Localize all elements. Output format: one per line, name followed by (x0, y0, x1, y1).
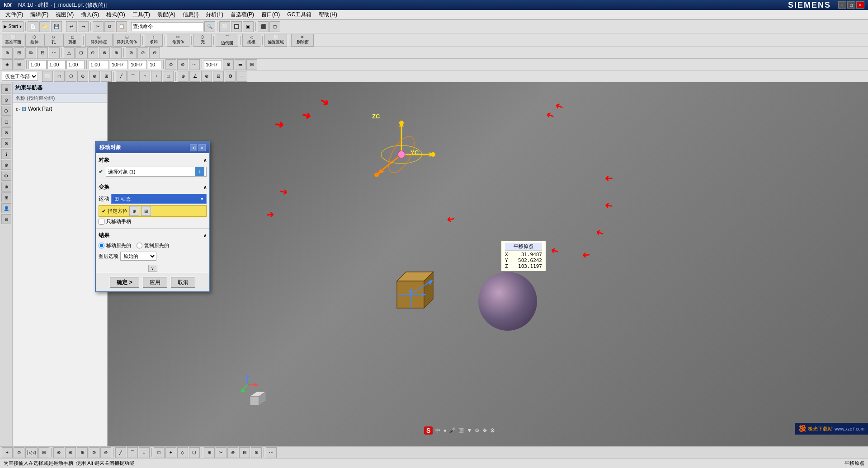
bt-move[interactable]: ⊞ (204, 447, 215, 458)
sidebar-icon-10[interactable]: ⊕ (1, 182, 11, 192)
menu-file[interactable]: 文件(F) (2, 10, 27, 19)
tb4-dia-btn[interactable]: ⊘ (177, 59, 188, 70)
undo-btn[interactable]: ↩ (66, 21, 77, 32)
open-btn[interactable]: 📁 (39, 21, 50, 32)
offset-area-btn[interactable]: ⬜偏置区域 (264, 34, 287, 47)
dialog-title-bar[interactable]: 移动对象 ◁ × (96, 142, 209, 153)
specify-position-row[interactable]: ✔ 指定方位 ⊕ ⊞ (99, 205, 207, 217)
menu-preferences[interactable]: 首选项(P) (227, 10, 258, 19)
sk-btn3[interactable]: ⬡ (66, 71, 76, 82)
bt-circle[interactable]: ○ (139, 447, 150, 458)
sk-more[interactable]: ⋯ (236, 71, 247, 82)
tb4-ref-btn[interactable]: ⊞ (246, 59, 257, 70)
viewport[interactable]: ➜ ➜ ➜ ➜ ➜ ➜ ➜ ➜ ➜ ➜ ➜ ➜ ➜ ZC YC (108, 82, 868, 446)
tb3-btn11[interactable]: ⊗ (126, 47, 137, 58)
bt-plus[interactable]: + (165, 447, 176, 458)
bt-dia[interactable]: ◇ (177, 447, 188, 458)
sidebar-icon-7[interactable]: ℹ (1, 149, 11, 159)
copy-original-radio[interactable] (137, 243, 142, 248)
tb3-btn6[interactable]: △ (64, 47, 75, 58)
sk-btn1[interactable]: ⬜ (42, 71, 53, 82)
bt-btn5[interactable]: ⊗ (53, 447, 64, 458)
tb3-btn13[interactable]: ⊜ (149, 47, 160, 58)
shell-btn[interactable]: ◻剪板 (63, 34, 81, 47)
input-scale[interactable] (89, 60, 109, 69)
sk-circle[interactable]: ○ (139, 71, 150, 82)
sidebar-icon-8[interactable]: ⊛ (1, 160, 11, 170)
paste-btn[interactable]: 📋 (116, 21, 127, 32)
input-x[interactable] (28, 60, 47, 69)
specify-btn1[interactable]: ⊕ (129, 206, 139, 216)
sk-rect[interactable]: □ (163, 71, 174, 82)
tb3-btn7[interactable]: ⬡ (75, 47, 86, 58)
menu-format[interactable]: 格式(O) (103, 10, 128, 19)
array-geo-btn[interactable]: ⊟阵列几何体 (113, 34, 141, 47)
view-btn1[interactable]: ⬜ (219, 21, 230, 32)
sk-btn5[interactable]: ⊛ (89, 71, 100, 82)
copy-original-radio-label[interactable]: 复制原先的 (137, 242, 169, 249)
transform-section-header[interactable]: 变换 ∧ (99, 182, 207, 192)
specify-btn2[interactable]: ⊞ (141, 206, 151, 216)
sketch-dropdown[interactable]: 仅在工作部件内 (2, 72, 38, 81)
add-object-button[interactable]: + (195, 167, 204, 176)
bt-trim[interactable]: ✂ (216, 447, 226, 458)
bt-btn1[interactable]: + (2, 447, 13, 458)
bt-btn9[interactable]: ⊜ (100, 447, 111, 458)
menu-assemble[interactable]: 装配(A) (154, 10, 179, 19)
sidebar-icon-11[interactable]: ⊞ (1, 192, 11, 202)
menu-view[interactable]: 视图(V) (52, 10, 77, 19)
menu-tools[interactable]: 工具(T) (129, 10, 154, 19)
sk-arc[interactable]: ⌒ (127, 71, 138, 82)
tb3-btn4[interactable]: ⊟ (37, 47, 48, 58)
tb4-more-btn[interactable]: ⋯ (189, 59, 200, 70)
orient-btn[interactable]: ◻ (269, 21, 280, 32)
sk-angle[interactable]: ∠ (189, 71, 200, 82)
maximize-button[interactable]: □ (847, 1, 855, 9)
sidebar-icon-12[interactable]: 👤 (1, 203, 11, 213)
menu-insert[interactable]: 插入(S) (77, 10, 103, 19)
sidebar-icon-1[interactable]: ⊞ (1, 84, 11, 94)
new-btn[interactable]: 📄 (28, 21, 38, 32)
object-section-header[interactable]: 对象 ∧ (99, 155, 207, 165)
input-y[interactable] (47, 60, 66, 69)
menu-window[interactable]: 窗口(O) (258, 10, 283, 19)
dialog-close-button[interactable]: × (198, 144, 206, 151)
input-h7-3[interactable] (204, 60, 222, 69)
only-handle-checkbox[interactable] (99, 219, 104, 225)
ok-button[interactable]: 确定 > (110, 277, 139, 288)
bt-btn7[interactable]: ⊕ (77, 447, 88, 458)
sidebar-icon-3[interactable]: ⬡ (1, 106, 11, 116)
menu-info[interactable]: 信息(I) (179, 10, 202, 19)
trim-btn[interactable]: ✂修剪体 (167, 34, 189, 47)
bt-ext[interactable]: ⊕ (227, 447, 238, 458)
redo-btn[interactable]: ↪ (78, 21, 89, 32)
command-search[interactable] (131, 22, 203, 31)
array-feature-btn[interactable]: ⊞阵列特征 (85, 34, 113, 47)
del-face-btn[interactable]: ✕删除面 (291, 34, 314, 47)
start-button[interactable]: ▶ Start ▾ (2, 21, 24, 32)
apply-button[interactable]: 应用 (143, 277, 167, 288)
bt-rect[interactable]: □ (154, 447, 165, 458)
sk-gear[interactable]: ⚙ (225, 71, 236, 82)
menu-help[interactable]: 帮助(H) (315, 10, 341, 19)
bt-poly[interactable]: ⬡ (189, 447, 200, 458)
bt-line[interactable]: ╱ (115, 447, 126, 458)
sidebar-icon-2[interactable]: ⊙ (1, 95, 11, 105)
sidebar-icon-13[interactable]: ⊟ (1, 214, 11, 224)
hole-btn[interactable]: ⊙孔 (44, 34, 62, 47)
move-original-radio[interactable] (99, 243, 104, 248)
input-h7-1[interactable] (110, 60, 128, 69)
tb3-btn3[interactable]: ⧉ (25, 47, 36, 58)
bt-btn3[interactable]: |◁◁ (25, 447, 38, 458)
sidebar-icon-6[interactable]: ⊘ (1, 138, 11, 148)
bt-arc[interactable]: ⌒ (127, 447, 138, 458)
input-num[interactable] (148, 60, 161, 69)
menu-analyze[interactable]: 分析(L) (202, 10, 227, 19)
sk-dim[interactable]: ⊜ (201, 71, 212, 82)
bt-offset[interactable]: ⊛ (251, 447, 262, 458)
save-btn[interactable]: 💾 (51, 21, 62, 32)
minimize-button[interactable]: － (838, 1, 846, 9)
bt-mirror[interactable]: ⊟ (239, 447, 250, 458)
bt-btn2[interactable]: ⊙ (14, 447, 24, 458)
result-section-header[interactable]: 结果 ∧ (99, 230, 207, 241)
